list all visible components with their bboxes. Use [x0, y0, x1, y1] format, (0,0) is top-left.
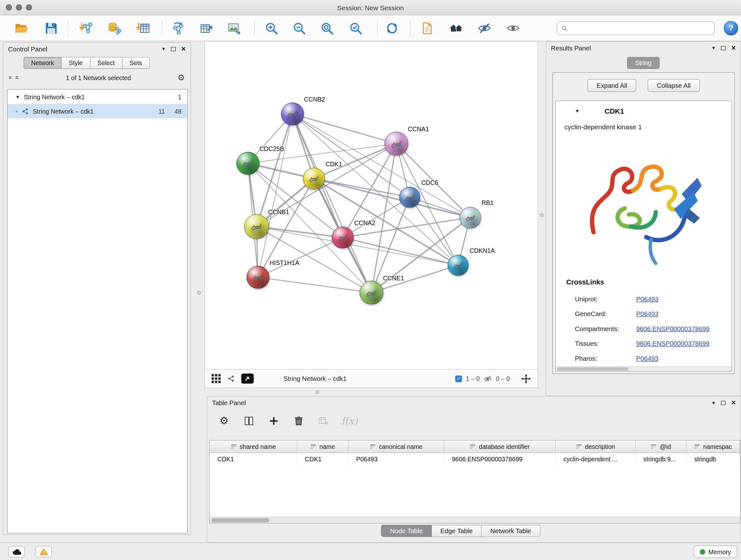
tab-network[interactable]: Network: [23, 57, 62, 69]
table-cell[interactable]: cyclin-dependent ...: [556, 453, 636, 465]
panel-close-icon[interactable]: ×: [181, 45, 186, 53]
column-header-shared-name[interactable]: shared name: [210, 441, 297, 453]
tab-sets[interactable]: Sets: [123, 57, 150, 69]
network-collection-row[interactable]: ▼ String Network – cdk1 1: [8, 90, 187, 104]
network-node-cdc25b[interactable]: [237, 152, 259, 175]
fit-content-icon[interactable]: [522, 374, 531, 383]
warnings-button[interactable]: [36, 546, 52, 557]
table-settings-gear-icon[interactable]: ⚙: [217, 414, 231, 428]
help-button[interactable]: ?: [724, 21, 738, 36]
open-session-button[interactable]: [13, 20, 30, 37]
tree-expanded-icon[interactable]: ▼: [15, 94, 20, 100]
select-columns-button[interactable]: [242, 414, 256, 428]
table-horizontal-scrollbar[interactable]: [210, 517, 740, 523]
create-column-button[interactable]: [267, 414, 281, 428]
expand-all-button[interactable]: Expand All: [588, 79, 636, 92]
table-cell[interactable]: P06493: [348, 453, 444, 465]
network-node-ccna1[interactable]: [385, 132, 408, 156]
reapply-layout-button[interactable]: [384, 20, 401, 37]
network-node-cdc6[interactable]: [399, 187, 420, 208]
network-node-cdkn1a[interactable]: [448, 255, 469, 276]
collapse-all-button[interactable]: Collapse All: [648, 79, 700, 92]
table-cell[interactable]: stringdb:9...: [636, 453, 686, 465]
network-node-ccne1[interactable]: [360, 281, 384, 305]
column-header-name[interactable]: name: [297, 441, 349, 453]
splitter-handle[interactable]: [316, 390, 320, 394]
table-arrow-icon: [199, 21, 213, 36]
import-network-from-file-button[interactable]: [78, 20, 95, 37]
tab-edge-table[interactable]: Edge Table: [432, 525, 482, 537]
crosslink-link[interactable]: P06493: [636, 355, 659, 362]
table-cell[interactable]: CDK1: [210, 453, 297, 465]
network-node-ccnb1[interactable]: [244, 214, 269, 239]
tab-node-table[interactable]: Node Table: [381, 525, 432, 537]
zoom-fit-button[interactable]: [319, 20, 336, 37]
tab-network-table[interactable]: Network Table: [482, 525, 540, 537]
panel-menu-chevron-icon[interactable]: ▾: [712, 45, 715, 51]
results-panel-title: Results Panel: [551, 44, 591, 52]
import-table-from-file-button[interactable]: [135, 20, 152, 37]
birdseye-toggle-button[interactable]: [241, 374, 254, 384]
network-collection-count: 1: [178, 93, 182, 101]
zoom-selected-button[interactable]: [347, 20, 364, 37]
collapse-all-icon[interactable]: »: [8, 76, 14, 79]
table-cell[interactable]: 9606.ENSP00000378699: [444, 453, 556, 465]
network-node-cdk1[interactable]: [303, 168, 325, 190]
column-header-namespac[interactable]: namespac: [686, 441, 740, 453]
expand-all-icon[interactable]: «: [14, 76, 21, 79]
network-node-hist1h1a[interactable]: [247, 266, 270, 289]
column-header--id[interactable]: @id: [636, 441, 686, 453]
network-node-ccnb2[interactable]: [281, 103, 304, 125]
panel-float-icon[interactable]: [721, 401, 725, 405]
crosslink-link[interactable]: 9606.ENSP00000378699: [636, 325, 710, 333]
memory-button[interactable]: Memory: [694, 546, 737, 558]
crosslink-link[interactable]: P06493: [636, 296, 659, 303]
selected-checkbox-icon[interactable]: ✓: [455, 375, 462, 382]
tab-style[interactable]: Style: [62, 57, 90, 69]
new-network-from-selection-button[interactable]: [170, 20, 187, 37]
show-structures-button[interactable]: [504, 20, 522, 37]
panel-menu-chevron-icon[interactable]: ▾: [712, 400, 715, 406]
gene-collapse-icon[interactable]: ▼: [575, 108, 580, 114]
panel-float-icon[interactable]: [171, 47, 176, 51]
home-view-button[interactable]: [448, 20, 465, 37]
column-header-database-identifier[interactable]: database identifier: [444, 441, 556, 453]
splitter-handle[interactable]: [197, 291, 201, 295]
network-options-gear-icon[interactable]: ⚙: [178, 73, 185, 82]
column-header-description[interactable]: description: [556, 441, 636, 453]
import-network-from-database-button[interactable]: [106, 20, 123, 37]
gene-header-row[interactable]: ▼ CDK1: [556, 107, 732, 115]
zoom-out-icon: [292, 21, 307, 36]
network-row-selected[interactable]: ● String Network – cdk1 11 48: [8, 104, 187, 118]
new-table-button[interactable]: [197, 20, 214, 37]
search-input[interactable]: [571, 24, 711, 32]
crosslink-link[interactable]: 9606.ENSP00000378699: [636, 340, 710, 348]
network-node-rb1[interactable]: [459, 206, 481, 228]
network-node-ccna2[interactable]: [332, 227, 354, 249]
scrollbar-thumb[interactable]: [212, 518, 269, 523]
panel-float-icon[interactable]: [721, 46, 725, 50]
zoom-in-button[interactable]: [263, 20, 280, 37]
panel-menu-chevron-icon[interactable]: ▾: [162, 46, 165, 52]
table-cell[interactable]: CDK1: [297, 453, 349, 465]
grid-view-icon[interactable]: [212, 374, 221, 383]
scrollbar-thumb[interactable]: [557, 368, 629, 371]
delete-column-button[interactable]: [292, 414, 306, 428]
column-header-canonical-name[interactable]: canonical name: [348, 441, 444, 453]
network-share-icon[interactable]: [227, 375, 235, 382]
splitter-handle[interactable]: [540, 213, 544, 217]
report-document-button[interactable]: [418, 20, 435, 37]
string-results-tab[interactable]: String: [627, 57, 660, 69]
export-image-button[interactable]: [226, 20, 243, 37]
results-horizontal-scrollbar[interactable]: [556, 367, 732, 371]
zoom-out-button[interactable]: [291, 20, 308, 37]
panel-close-icon[interactable]: ×: [731, 399, 736, 407]
save-session-button[interactable]: [43, 20, 60, 37]
cloud-status-button[interactable]: [9, 546, 25, 557]
network-canvas[interactable]: CCNB2CCNA1CDC25BCDK1CDC6RB1CCNB1CCNA2CDK…: [205, 42, 538, 369]
crosslink-link[interactable]: P06493: [636, 310, 659, 318]
panel-close-icon[interactable]: ×: [731, 44, 736, 52]
tab-select[interactable]: Select: [90, 57, 123, 69]
table-cell[interactable]: stringdb: [686, 453, 740, 465]
hide-glass-effect-button[interactable]: [476, 20, 493, 37]
